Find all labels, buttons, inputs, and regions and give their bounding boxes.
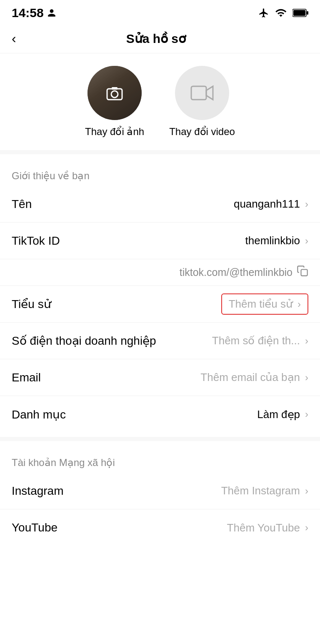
photo-change[interactable]: Thay đổi ảnh — [85, 66, 144, 138]
instagram-row[interactable]: Instagram Thêm Instagram › — [0, 473, 320, 509]
svg-rect-7 — [301, 270, 308, 276]
person-icon — [47, 8, 56, 18]
email-placeholder: Thêm email của bạn — [200, 371, 300, 384]
email-chevron: › — [305, 372, 308, 383]
tieu-su-row[interactable]: Tiểu sử Thêm tiểu sử › — [0, 286, 320, 323]
profile-media-section: Thay đổi ảnh Thay đổi video — [0, 53, 320, 146]
social-section-header: Tài khoản Mạng xã hội — [0, 445, 320, 473]
svg-point-4 — [111, 91, 118, 98]
photo-label: Thay đổi ảnh — [85, 126, 144, 138]
camera-icon — [105, 83, 125, 103]
time-display: 14:58 — [12, 6, 44, 20]
divider-2 — [0, 437, 320, 441]
ten-value: quanganh111 — [234, 198, 300, 210]
phone-label: Số điện thoại doanh nghiệp — [12, 334, 156, 348]
tiktok-id-chevron: › — [305, 235, 308, 247]
category-row[interactable]: Danh mục Làm đẹp › — [0, 396, 320, 433]
tieu-su-chevron: › — [298, 298, 301, 310]
intro-section: Giới thiệu về bạn Tên quanganh111 › TikT… — [0, 158, 320, 433]
status-bar: 14:58 — [0, 0, 320, 24]
instagram-placeholder: Thêm Instagram — [221, 484, 300, 497]
social-section: Tài khoản Mạng xã hội Instagram Thêm Ins… — [0, 445, 320, 546]
phone-placeholder: Thêm số điện th... — [212, 334, 300, 347]
ten-label: Tên — [12, 198, 32, 211]
svg-rect-1 — [307, 11, 308, 15]
tiktok-id-label: TikTok ID — [12, 234, 60, 248]
avatar — [88, 66, 142, 120]
airplane-icon — [258, 8, 269, 18]
status-time: 14:58 — [12, 6, 56, 20]
phone-right: Thêm số điện th... › — [212, 334, 308, 347]
ten-row[interactable]: Tên quanganh111 › — [0, 186, 320, 223]
tieu-su-placeholder: Thêm tiểu sử — [229, 298, 292, 311]
video-label: Thay đổi video — [169, 126, 235, 138]
divider-1 — [0, 150, 320, 154]
tiktok-id-row[interactable]: TikTok ID themlinkbio › — [0, 223, 320, 259]
tiktok-id-right: themlinkbio › — [245, 234, 308, 247]
tiktok-id-value: themlinkbio — [245, 234, 300, 247]
ten-right: quanganh111 › — [234, 198, 308, 210]
email-row[interactable]: Email Thêm email của bạn › — [0, 359, 320, 396]
svg-rect-5 — [112, 87, 118, 90]
instagram-chevron: › — [305, 485, 308, 497]
phone-row[interactable]: Số điện thoại doanh nghiệp Thêm số điện … — [0, 323, 320, 359]
nav-bar: ‹ Sửa hồ sơ — [0, 24, 320, 53]
youtube-placeholder: Thêm YouTube — [227, 521, 300, 534]
video-circle — [175, 66, 229, 120]
category-chevron: › — [305, 408, 308, 420]
youtube-right: Thêm YouTube › — [227, 521, 308, 534]
category-label: Danh mục — [12, 408, 66, 421]
svg-rect-2 — [293, 10, 305, 16]
tiktok-url-text: tiktok.com/@themlinkbio — [180, 266, 292, 278]
category-right: Làm đẹp › — [257, 408, 308, 421]
email-right: Thêm email của bạn › — [200, 371, 308, 384]
youtube-label: YouTube — [12, 521, 58, 534]
svg-rect-6 — [191, 86, 206, 100]
intro-section-header: Giới thiệu về bạn — [0, 158, 320, 186]
instagram-right: Thêm Instagram › — [221, 484, 308, 497]
email-label: Email — [12, 371, 41, 384]
youtube-row[interactable]: YouTube Thêm YouTube › — [0, 509, 320, 546]
back-button[interactable]: ‹ — [12, 31, 16, 46]
video-icon — [190, 83, 214, 103]
instagram-label: Instagram — [12, 484, 64, 498]
youtube-chevron: › — [305, 522, 308, 534]
status-icons — [258, 7, 308, 19]
battery-icon — [292, 8, 308, 18]
category-value: Làm đẹp — [257, 408, 300, 421]
tieu-su-label: Tiểu sử — [12, 297, 51, 311]
ten-chevron: › — [305, 198, 308, 210]
tieu-su-right: Thêm tiểu sử › — [221, 293, 308, 315]
phone-chevron: › — [305, 335, 308, 347]
copy-icon[interactable] — [297, 265, 308, 280]
video-change[interactable]: Thay đổi video — [169, 66, 235, 138]
tiktok-url-row[interactable]: tiktok.com/@themlinkbio — [0, 259, 320, 286]
wifi-icon — [275, 7, 287, 19]
page-title: Sửa hồ sơ — [126, 31, 186, 46]
